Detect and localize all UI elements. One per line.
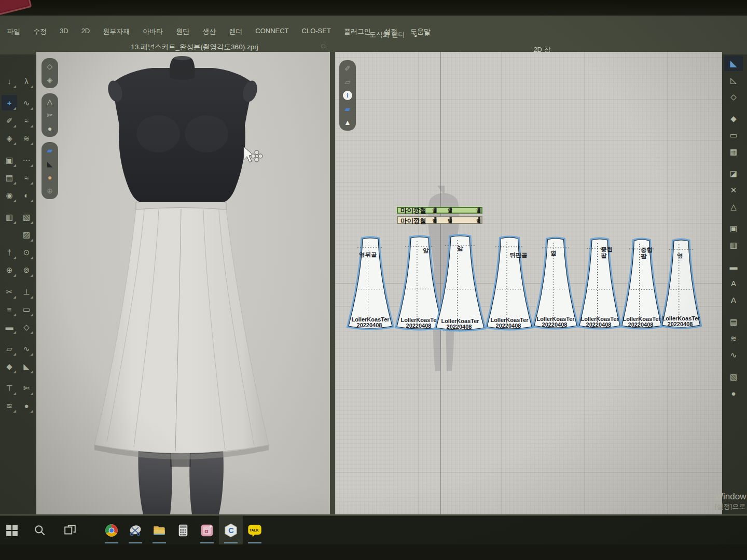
measure-band-tool-icon[interactable]: ▭◢	[19, 301, 34, 317]
menu-item-1[interactable]: 수정	[32, 26, 48, 37]
zipper-2d-tool-icon[interactable]: ≋	[724, 330, 743, 346]
curve-bend-tool-icon[interactable]: ∿◢	[19, 95, 34, 110]
lasso-pen-tool-icon[interactable]: ✐◢	[2, 113, 17, 128]
dart-shape-tool-icon[interactable]: ◆	[724, 110, 743, 126]
sewing-machine-tool-icon[interactable]: ▣◢	[2, 152, 17, 167]
show-avatar-icon[interactable]: ●	[44, 123, 56, 134]
tape-tool-icon[interactable]: ▬◢	[2, 319, 17, 334]
menu-item-11[interactable]: 플러그인	[342, 26, 372, 37]
scissors-tool-icon[interactable]: ✂◢	[2, 284, 17, 299]
edit-pattern-tool-icon[interactable]: ◺	[724, 72, 743, 88]
edit-curve-tool-icon[interactable]: ◇	[724, 89, 743, 104]
flatten-tool-icon[interactable]: ◇◢	[19, 319, 34, 334]
tape-measure-tool-icon[interactable]: ▬	[724, 259, 743, 274]
menu-item-8[interactable]: 렌더	[227, 26, 244, 37]
remove-cross-tool-icon[interactable]: ✕	[724, 182, 743, 198]
vest-tool-icon[interactable]: ▥◢	[2, 209, 17, 225]
polygon-pattern-tool-icon[interactable]: ▭	[724, 127, 743, 143]
fold-tool-icon[interactable]: ◣◢	[19, 358, 34, 374]
spotlight-icon[interactable]: ◣	[44, 158, 56, 170]
tack-tool-icon[interactable]: ⊤◢	[2, 380, 17, 396]
waistband-strip-0[interactable]: 옆앞옆마이깡철	[397, 207, 482, 214]
globe-wire-icon[interactable]: ⊕	[44, 185, 56, 197]
shirt-ghost-icon[interactable]: ▱	[342, 76, 353, 88]
menu-item-3[interactable]: 2D	[80, 26, 92, 37]
waistband-strip-1[interactable]: 옆앞옆마이깡철	[397, 217, 482, 225]
gizmo-cube-icon[interactable]: ◇	[44, 61, 56, 72]
tab-close-icon[interactable]: ×	[425, 31, 428, 38]
quilt-tool-icon[interactable]: ▤	[724, 314, 743, 329]
zipper-tool-icon[interactable]: ≡◢	[2, 301, 17, 317]
pin-tool-icon[interactable]: †◢	[2, 244, 17, 260]
free-sew-tool-icon[interactable]: ≈◢	[19, 170, 34, 185]
shirt-white-icon[interactable]: ▲	[342, 117, 353, 128]
render-tab[interactable]: 도식화 렌더 ↘ ×	[369, 30, 452, 39]
start-button[interactable]	[0, 516, 24, 544]
viewport-2d-canvas[interactable]: 옆앞옆마이깡철옆앞옆마이깡철옆뒤골LollerKoasTer20220408앞L…	[335, 52, 722, 514]
elastic-tool-icon[interactable]: ∿	[724, 347, 743, 362]
show-garment-icon[interactable]: △	[44, 96, 56, 107]
pin-garment-icon[interactable]: ◈	[44, 74, 56, 86]
viewport-3d-canvas[interactable]: ◇◈△✂●▰◣●⊕	[36, 52, 330, 514]
dart-tool-icon[interactable]: ◆◢	[2, 358, 17, 374]
trace-shape-tool-icon[interactable]: △	[724, 199, 743, 214]
transform-pattern-tool-icon[interactable]: ◣	[724, 55, 743, 71]
shirt-texture-tool-icon[interactable]: ▧◢	[19, 209, 34, 225]
pleat-tool-icon[interactable]: ▱◢	[2, 341, 17, 356]
calculator-icon[interactable]	[171, 516, 195, 544]
menu-item-9[interactable]: CONNECT	[254, 26, 290, 37]
snipping-tool-icon[interactable]	[123, 516, 147, 544]
buttonhole-tool-icon[interactable]: ⊚◢	[19, 262, 34, 277]
clo3d-icon[interactable]: C	[219, 516, 243, 544]
fabric-2d-icon[interactable]: ▰	[342, 103, 353, 115]
pattern-panel-3[interactable]: 뒤판골LollerKoasTer20220408	[487, 237, 532, 329]
topstitch-tool-icon[interactable]: ∿◢	[19, 341, 34, 356]
viewport-maximize-icon[interactable]: □	[322, 43, 325, 49]
move-tool-icon[interactable]: +◢	[2, 95, 17, 110]
pleat-box-tool-icon[interactable]: ▧	[724, 369, 743, 384]
steam-roller-tool-icon[interactable]: ◐◢	[19, 187, 34, 203]
viewport-divider[interactable]	[330, 52, 335, 514]
text-style-tool-icon[interactable]: A	[724, 292, 743, 307]
pattern-panel-0[interactable]: 옆뒤골LollerKoasTer20220408	[349, 238, 392, 328]
tab-collapse-icon[interactable]: ↘	[412, 31, 418, 38]
ruler-tool-icon[interactable]: ▥	[724, 237, 743, 253]
sew-attach-tool-icon[interactable]: ◉◢	[2, 187, 17, 203]
avatar-pose-tool-icon[interactable]: λ◢	[19, 73, 34, 89]
info-icon[interactable]: i	[342, 90, 353, 101]
seam-grid-tool-icon[interactable]: ▦	[724, 144, 743, 159]
text-tool-icon[interactable]: A	[724, 275, 743, 291]
hanger-tool-icon[interactable]: ⊥◢	[19, 284, 34, 299]
menu-item-0[interactable]: 파일	[5, 26, 22, 37]
menu-item-7[interactable]: 생산	[201, 26, 217, 37]
trim-tool-icon[interactable]: ✄◢	[19, 380, 34, 396]
capture-app-icon[interactable]: α+	[195, 516, 219, 544]
chrome-icon[interactable]	[100, 516, 123, 544]
globe-fabric-tool-icon[interactable]: ⊕◢	[2, 262, 17, 277]
segment-sew-tool-icon[interactable]: ⋯◢	[19, 152, 34, 167]
menu-item-4[interactable]: 원부자재	[101, 26, 131, 37]
garment-fit-tool-icon[interactable]: ◈◢	[2, 130, 17, 146]
avatar-2d-tool-icon[interactable]: ●	[724, 385, 743, 401]
arrow-drop-tool-icon[interactable]: ↓◢	[2, 73, 17, 89]
button-tool-icon[interactable]: ⊙◢	[19, 244, 34, 260]
file-explorer-icon[interactable]	[147, 516, 171, 544]
menu-item-6[interactable]: 원단	[174, 26, 191, 37]
menu-item-2[interactable]: 3D	[58, 26, 70, 37]
menu-item-5[interactable]: 아바타	[141, 26, 164, 37]
avatar-head-icon[interactable]: ●	[44, 172, 56, 183]
skirt-3d[interactable]	[94, 201, 269, 460]
binding-tool-icon[interactable]: ≋◢	[2, 398, 17, 413]
puff-tool-icon[interactable]: ●◢	[19, 398, 34, 413]
shirt-checker-tool-icon[interactable]: ▨◢	[19, 227, 34, 242]
scissors-home-icon[interactable]: ✂	[44, 109, 56, 121]
sewing-machine-2-tool-icon[interactable]: ▤◢	[2, 170, 17, 185]
menu-item-10[interactable]: CLO-SET	[300, 26, 333, 37]
shape-box-tool-icon[interactable]: ▣	[724, 220, 743, 236]
pen-2d-icon[interactable]: ✐	[342, 63, 353, 74]
sew-curve-tool-icon[interactable]: ≋◢	[19, 130, 34, 146]
sew-edit-tool-icon[interactable]: ≈◢	[19, 113, 34, 128]
task-view-button[interactable]	[58, 516, 82, 544]
pattern-panel-4[interactable]: 옆LollerKoasTer20220408	[534, 239, 577, 328]
fabric-book-icon[interactable]: ▰	[44, 145, 56, 156]
